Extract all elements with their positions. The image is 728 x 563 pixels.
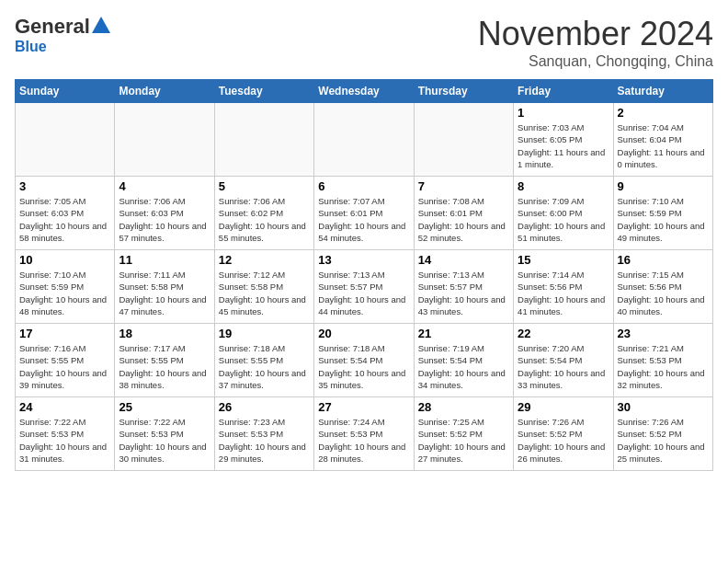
- weekday-header-friday: Friday: [514, 80, 613, 103]
- weekday-header-sunday: Sunday: [16, 80, 115, 103]
- weekday-header-thursday: Thursday: [414, 80, 513, 103]
- calendar-cell: [214, 103, 313, 177]
- day-number: 8: [518, 179, 609, 193]
- calendar-cell: 14Sunrise: 7:13 AM Sunset: 5:57 PM Dayli…: [414, 250, 513, 324]
- day-number: 25: [119, 400, 210, 414]
- calendar-cell: [115, 103, 214, 177]
- day-number: 24: [19, 400, 110, 414]
- day-info: Sunrise: 7:17 AM Sunset: 5:55 PM Dayligh…: [119, 342, 210, 391]
- weekday-header-saturday: Saturday: [613, 80, 712, 103]
- calendar-cell: 22Sunrise: 7:20 AM Sunset: 5:54 PM Dayli…: [514, 324, 613, 397]
- calendar-cell: 18Sunrise: 7:17 AM Sunset: 5:55 PM Dayli…: [115, 324, 214, 397]
- day-number: 28: [418, 400, 509, 414]
- day-info: Sunrise: 7:06 AM Sunset: 6:03 PM Dayligh…: [119, 195, 210, 244]
- day-number: 4: [119, 179, 210, 193]
- day-info: Sunrise: 7:04 AM Sunset: 6:04 PM Dayligh…: [618, 121, 709, 170]
- weekday-header-wednesday: Wednesday: [314, 80, 414, 103]
- day-number: 26: [219, 400, 310, 414]
- day-number: 10: [19, 253, 110, 267]
- day-info: Sunrise: 7:10 AM Sunset: 5:59 PM Dayligh…: [19, 269, 110, 317]
- calendar-cell: 24Sunrise: 7:22 AM Sunset: 5:53 PM Dayli…: [16, 397, 115, 471]
- day-number: 3: [19, 179, 110, 193]
- calendar-cell: 30Sunrise: 7:26 AM Sunset: 5:52 PM Dayli…: [613, 397, 712, 471]
- calendar-cell: 6Sunrise: 7:07 AM Sunset: 6:01 PM Daylig…: [314, 177, 414, 250]
- day-info: Sunrise: 7:14 AM Sunset: 5:56 PM Dayligh…: [518, 269, 609, 317]
- day-info: Sunrise: 7:16 AM Sunset: 5:55 PM Dayligh…: [19, 342, 110, 391]
- logo: General Blue: [15, 15, 110, 55]
- calendar-table: SundayMondayTuesdayWednesdayThursdayFrid…: [15, 79, 713, 471]
- day-info: Sunrise: 7:24 AM Sunset: 5:53 PM Dayligh…: [318, 416, 409, 465]
- day-info: Sunrise: 7:05 AM Sunset: 6:03 PM Dayligh…: [19, 195, 110, 244]
- calendar-cell: 27Sunrise: 7:24 AM Sunset: 5:53 PM Dayli…: [314, 397, 414, 471]
- day-info: Sunrise: 7:07 AM Sunset: 6:01 PM Dayligh…: [318, 195, 409, 244]
- weekday-header-tuesday: Tuesday: [214, 80, 313, 103]
- logo-blue-text: Blue: [15, 39, 47, 55]
- day-number: 11: [119, 253, 210, 267]
- day-number: 13: [318, 253, 409, 267]
- calendar-week-row: 1Sunrise: 7:03 AM Sunset: 6:05 PM Daylig…: [16, 103, 713, 177]
- day-number: 21: [418, 327, 509, 340]
- calendar-week-row: 10Sunrise: 7:10 AM Sunset: 5:59 PM Dayli…: [16, 250, 713, 324]
- weekday-header-monday: Monday: [115, 80, 214, 103]
- day-number: 20: [318, 327, 409, 340]
- day-number: 9: [618, 179, 709, 193]
- calendar-cell: 7Sunrise: 7:08 AM Sunset: 6:01 PM Daylig…: [414, 177, 513, 250]
- day-info: Sunrise: 7:18 AM Sunset: 5:54 PM Dayligh…: [318, 342, 409, 391]
- day-number: 6: [318, 179, 409, 193]
- day-info: Sunrise: 7:26 AM Sunset: 5:52 PM Dayligh…: [618, 416, 709, 465]
- calendar-cell: 25Sunrise: 7:22 AM Sunset: 5:53 PM Dayli…: [115, 397, 214, 471]
- day-number: 7: [418, 179, 509, 193]
- day-number: 2: [618, 106, 709, 120]
- day-number: 15: [518, 253, 609, 267]
- calendar-cell: 2Sunrise: 7:04 AM Sunset: 6:04 PM Daylig…: [613, 103, 712, 177]
- weekday-header-row: SundayMondayTuesdayWednesdayThursdayFrid…: [16, 80, 713, 103]
- day-number: 23: [618, 327, 709, 340]
- day-info: Sunrise: 7:22 AM Sunset: 5:53 PM Dayligh…: [119, 416, 210, 465]
- day-info: Sunrise: 7:12 AM Sunset: 5:58 PM Dayligh…: [219, 269, 310, 317]
- day-info: Sunrise: 7:22 AM Sunset: 5:53 PM Dayligh…: [19, 416, 110, 465]
- day-number: 30: [618, 400, 709, 414]
- day-number: 16: [618, 253, 709, 267]
- day-info: Sunrise: 7:23 AM Sunset: 5:53 PM Dayligh…: [219, 416, 310, 465]
- title-area: November 2024 Sanquan, Chongqing, China: [478, 15, 713, 70]
- day-info: Sunrise: 7:11 AM Sunset: 5:58 PM Dayligh…: [119, 269, 210, 317]
- logo-general-text: General: [15, 15, 90, 39]
- day-info: Sunrise: 7:10 AM Sunset: 5:59 PM Dayligh…: [618, 195, 709, 244]
- calendar-cell: [314, 103, 414, 177]
- day-number: 12: [219, 253, 310, 267]
- day-number: 29: [518, 400, 609, 414]
- day-info: Sunrise: 7:15 AM Sunset: 5:56 PM Dayligh…: [618, 269, 709, 317]
- day-number: 14: [418, 253, 509, 267]
- calendar-cell: 10Sunrise: 7:10 AM Sunset: 5:59 PM Dayli…: [16, 250, 115, 324]
- calendar-cell: 29Sunrise: 7:26 AM Sunset: 5:52 PM Dayli…: [514, 397, 613, 471]
- calendar-cell: 8Sunrise: 7:09 AM Sunset: 6:00 PM Daylig…: [514, 177, 613, 250]
- calendar-cell: 3Sunrise: 7:05 AM Sunset: 6:03 PM Daylig…: [16, 177, 115, 250]
- calendar-cell: 23Sunrise: 7:21 AM Sunset: 5:53 PM Dayli…: [613, 324, 712, 397]
- calendar-cell: 5Sunrise: 7:06 AM Sunset: 6:02 PM Daylig…: [214, 177, 313, 250]
- calendar-week-row: 24Sunrise: 7:22 AM Sunset: 5:53 PM Dayli…: [16, 397, 713, 471]
- month-title: November 2024: [478, 15, 713, 53]
- day-info: Sunrise: 7:26 AM Sunset: 5:52 PM Dayligh…: [518, 416, 609, 465]
- day-number: 27: [318, 400, 409, 414]
- day-number: 5: [219, 179, 310, 193]
- calendar-cell: 13Sunrise: 7:13 AM Sunset: 5:57 PM Dayli…: [314, 250, 414, 324]
- calendar-cell: 17Sunrise: 7:16 AM Sunset: 5:55 PM Dayli…: [16, 324, 115, 397]
- calendar-cell: 19Sunrise: 7:18 AM Sunset: 5:55 PM Dayli…: [214, 324, 313, 397]
- day-info: Sunrise: 7:08 AM Sunset: 6:01 PM Dayligh…: [418, 195, 509, 244]
- calendar-cell: 28Sunrise: 7:25 AM Sunset: 5:52 PM Dayli…: [414, 397, 513, 471]
- day-info: Sunrise: 7:03 AM Sunset: 6:05 PM Dayligh…: [518, 121, 609, 170]
- page-header: General Blue November 2024 Sanquan, Chon…: [15, 15, 713, 70]
- calendar-cell: 11Sunrise: 7:11 AM Sunset: 5:58 PM Dayli…: [115, 250, 214, 324]
- calendar-cell: 20Sunrise: 7:18 AM Sunset: 5:54 PM Dayli…: [314, 324, 414, 397]
- calendar-cell: 9Sunrise: 7:10 AM Sunset: 5:59 PM Daylig…: [613, 177, 712, 250]
- calendar-cell: 12Sunrise: 7:12 AM Sunset: 5:58 PM Dayli…: [214, 250, 313, 324]
- calendar-cell: 26Sunrise: 7:23 AM Sunset: 5:53 PM Dayli…: [214, 397, 313, 471]
- calendar-cell: 21Sunrise: 7:19 AM Sunset: 5:54 PM Dayli…: [414, 324, 513, 397]
- calendar-cell: 4Sunrise: 7:06 AM Sunset: 6:03 PM Daylig…: [115, 177, 214, 250]
- calendar-week-row: 17Sunrise: 7:16 AM Sunset: 5:55 PM Dayli…: [16, 324, 713, 397]
- day-info: Sunrise: 7:13 AM Sunset: 5:57 PM Dayligh…: [418, 269, 509, 317]
- day-number: 19: [219, 327, 310, 340]
- calendar-cell: 16Sunrise: 7:15 AM Sunset: 5:56 PM Dayli…: [613, 250, 712, 324]
- location-text: Sanquan, Chongqing, China: [478, 53, 713, 70]
- calendar-week-row: 3Sunrise: 7:05 AM Sunset: 6:03 PM Daylig…: [16, 177, 713, 250]
